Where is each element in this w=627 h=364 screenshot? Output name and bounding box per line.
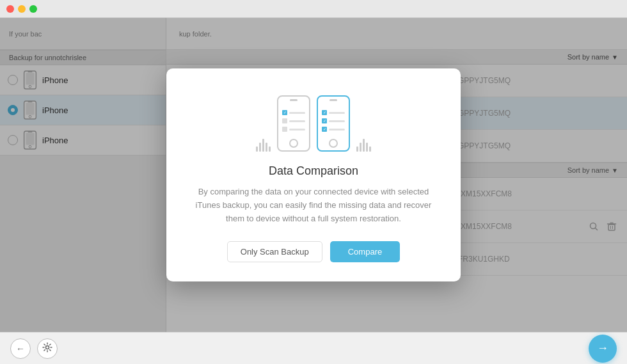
wave-bar [269,146,271,152]
modal-description: By comparing the data on your connected … [192,186,435,225]
next-button[interactable]: → [589,335,617,363]
line-bar [329,112,345,114]
phone-mockup-right: ✓ ✓ ✓ [317,95,350,152]
data-comparison-modal: ✓ ✓ ✓ [166,68,461,281]
modal-illustration: ✓ ✓ ✓ [192,88,435,152]
signal-wave-left [256,132,271,152]
check-box-empty [282,118,287,123]
svg-point-41 [46,346,49,349]
line-bar [329,129,345,131]
wave-bar [366,143,368,152]
wave-bar [262,139,264,152]
minimize-button[interactable] [18,5,26,13]
wave-bar [369,146,371,152]
line-bar [289,120,305,122]
wave-bar [256,146,258,152]
check-line: ✓ [322,127,345,132]
wave-bar [259,143,261,152]
line-bar [289,129,305,131]
wave-bar [266,143,267,152]
close-button[interactable] [6,5,14,13]
traffic-lights [6,5,37,13]
modal-actions: Only Scan Backup Compare [192,241,435,262]
check-box: ✓ [322,127,327,132]
title-bar [0,0,627,18]
check-box-empty [282,127,287,132]
line-bar [289,112,305,114]
check-line [282,118,305,123]
check-line [282,127,305,132]
check-box: ✓ [282,110,287,115]
check-line: ✓ [282,110,305,115]
signal-wave-right [356,132,371,152]
check-line: ✓ [322,110,345,115]
wave-bar [360,143,361,152]
modal-overlay: ✓ ✓ ✓ [0,18,627,332]
wave-bar [356,146,358,152]
line-bar [329,120,345,122]
next-icon: → [597,342,608,355]
modal-title: Data Comparison [192,164,435,178]
bottom-left-buttons: ← [10,338,58,359]
phone-mockup-left: ✓ [277,95,310,152]
maximize-button[interactable] [29,5,37,13]
wave-bar [363,139,365,152]
scan-backup-only-button[interactable]: Only Scan Backup [227,241,322,262]
settings-button[interactable] [37,338,58,359]
bottom-bar: ← → [0,332,627,364]
check-box: ✓ [322,110,327,115]
check-line: ✓ [322,118,345,123]
check-box: ✓ [322,118,327,123]
compare-button[interactable]: Compare [330,241,400,262]
back-icon: ← [16,344,25,354]
back-button[interactable]: ← [10,338,31,359]
settings-icon [42,342,52,354]
